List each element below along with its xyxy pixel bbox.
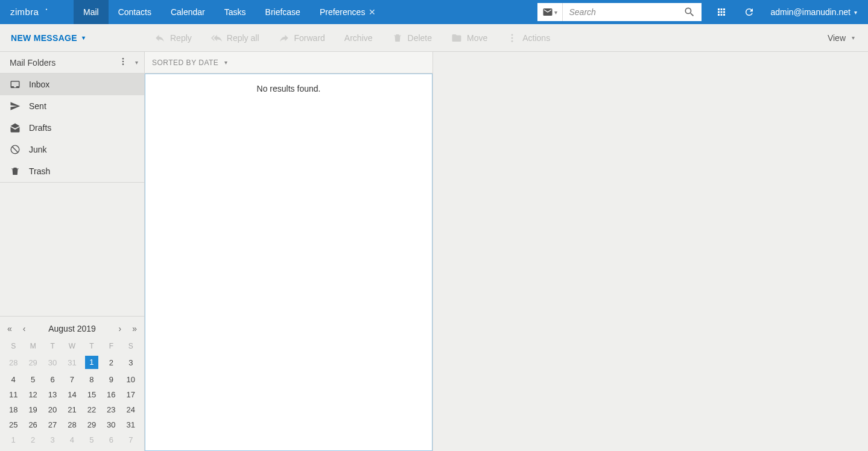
svg-point-6 [122, 63, 124, 65]
folder-trash[interactable]: Trash [0, 160, 144, 182]
apps-icon [716, 7, 727, 17]
sent-icon [10, 101, 21, 112]
cal-next-month[interactable]: › [119, 324, 122, 333]
cal-day[interactable]: 6 [101, 432, 121, 447]
cal-day[interactable]: 5 [23, 372, 42, 387]
user-email: admin@imanudin.net [770, 7, 851, 17]
cal-day[interactable]: 22 [82, 402, 101, 417]
cal-day[interactable]: 7 [62, 372, 81, 387]
tab-mail[interactable]: Mail [74, 0, 109, 24]
chevron-down-icon: ▾ [554, 9, 557, 16]
cal-day[interactable]: 13 [43, 387, 62, 402]
mini-calendar: « ‹ August 2019 › » SMTWTFS 282930311234… [0, 317, 144, 451]
move-button[interactable]: Move [442, 33, 497, 43]
forward-icon [279, 33, 290, 43]
cal-day[interactable]: 3 [43, 432, 62, 447]
search-input[interactable] [569, 7, 681, 17]
cal-day[interactable]: 21 [62, 402, 81, 417]
cal-day[interactable]: 1 [82, 353, 101, 372]
reply-all-button[interactable]: Reply all [201, 33, 269, 43]
cal-day[interactable]: 27 [43, 417, 62, 432]
cal-prev-month[interactable]: ‹ [23, 324, 26, 333]
cal-day[interactable]: 28 [62, 417, 81, 432]
message-list: No results found. [145, 74, 432, 451]
cal-day[interactable]: 28 [4, 353, 23, 372]
close-icon[interactable]: ✕ [369, 7, 376, 17]
cal-day[interactable]: 12 [23, 387, 42, 402]
cal-day[interactable]: 10 [121, 372, 141, 387]
archive-button[interactable]: Archive [335, 33, 382, 43]
cal-dow: S [121, 339, 141, 353]
cal-day[interactable]: 2 [23, 432, 42, 447]
sidebar: Mail Folders ▾ Inbox Sent Drafts Junk [0, 52, 145, 451]
trash-icon [10, 166, 21, 177]
folder-inbox[interactable]: Inbox [0, 74, 144, 95]
logo-text: zimbra [10, 7, 39, 17]
cal-day[interactable]: 19 [23, 402, 42, 417]
cal-day[interactable]: 18 [4, 402, 23, 417]
cal-prev-year[interactable]: « [7, 324, 12, 333]
cal-day[interactable]: 23 [101, 402, 121, 417]
svg-point-4 [122, 58, 124, 60]
cal-day[interactable]: 30 [101, 417, 121, 432]
kebab-icon [118, 57, 128, 66]
folder-drafts[interactable]: Drafts [0, 117, 144, 139]
cal-day[interactable]: 29 [23, 353, 42, 372]
folder-label: Junk [29, 145, 47, 154]
tab-tasks[interactable]: Tasks [215, 0, 256, 24]
cal-day[interactable]: 20 [43, 402, 62, 417]
folder-label: Sent [29, 101, 46, 111]
cal-day[interactable]: 6 [43, 372, 62, 387]
tab-preferences[interactable]: Preferences ✕ [310, 0, 385, 24]
delete-button[interactable]: Delete [382, 33, 442, 43]
cal-day[interactable]: 30 [43, 353, 62, 372]
user-menu[interactable]: admin@imanudin.net ▾ [763, 0, 868, 24]
view-menu[interactable]: View▾ [822, 33, 868, 43]
cal-day[interactable]: 15 [82, 387, 101, 402]
chevron-down-icon: ▾ [852, 34, 855, 41]
cal-day[interactable]: 31 [62, 353, 81, 372]
refresh-button[interactable] [735, 0, 763, 24]
tab-contacts[interactable]: Contacts [109, 0, 161, 24]
search-scope-dropdown[interactable]: ▾ [537, 3, 563, 21]
cal-day[interactable]: 26 [23, 417, 42, 432]
search-icon [683, 6, 695, 18]
cal-day[interactable]: 5 [82, 432, 101, 447]
folder-sent[interactable]: Sent [0, 95, 144, 117]
cal-next-year[interactable]: » [132, 324, 137, 333]
cal-day[interactable]: 7 [121, 432, 141, 447]
search-button[interactable] [681, 6, 698, 18]
cal-day[interactable]: 4 [62, 432, 81, 447]
svg-point-3 [512, 40, 513, 42]
cal-day[interactable]: 1 [4, 432, 23, 447]
folder-junk[interactable]: Junk [0, 139, 144, 160]
cal-day[interactable]: 25 [4, 417, 23, 432]
apps-menu[interactable] [708, 0, 735, 24]
cal-day[interactable]: 16 [101, 387, 121, 402]
cal-day[interactable]: 11 [4, 387, 23, 402]
folder-label: Drafts [29, 123, 51, 133]
reply-button[interactable]: Reply [145, 33, 201, 43]
cal-day[interactable]: 17 [121, 387, 141, 402]
cal-day[interactable]: 24 [121, 402, 141, 417]
cal-day[interactable]: 14 [62, 387, 81, 402]
cal-day[interactable]: 9 [101, 372, 121, 387]
kebab-icon [507, 33, 518, 43]
cal-day[interactable]: 4 [4, 372, 23, 387]
cal-day[interactable]: 31 [121, 417, 141, 432]
cal-day[interactable]: 8 [82, 372, 101, 387]
cal-grid: SMTWTFS 28293031123456789101112131415161… [4, 339, 141, 447]
cal-day[interactable]: 3 [121, 353, 141, 372]
forward-button[interactable]: Forward [269, 33, 335, 43]
tab-calendar[interactable]: Calendar [161, 0, 215, 24]
sidebar-options[interactable] [118, 57, 128, 68]
sidebar-dropdown[interactable]: ▾ [135, 59, 138, 66]
actions-button[interactable]: Actions [497, 33, 560, 43]
sort-dropdown[interactable]: SORTED BY DATE ▾ [145, 52, 432, 74]
cal-day[interactable]: 29 [82, 417, 101, 432]
junk-icon [10, 144, 21, 155]
cal-day[interactable]: 2 [101, 353, 121, 372]
cal-title: August 2019 [48, 324, 96, 333]
tab-briefcase[interactable]: Briefcase [256, 0, 310, 24]
compose-button[interactable]: NEW MESSAGE▾ [0, 33, 145, 43]
